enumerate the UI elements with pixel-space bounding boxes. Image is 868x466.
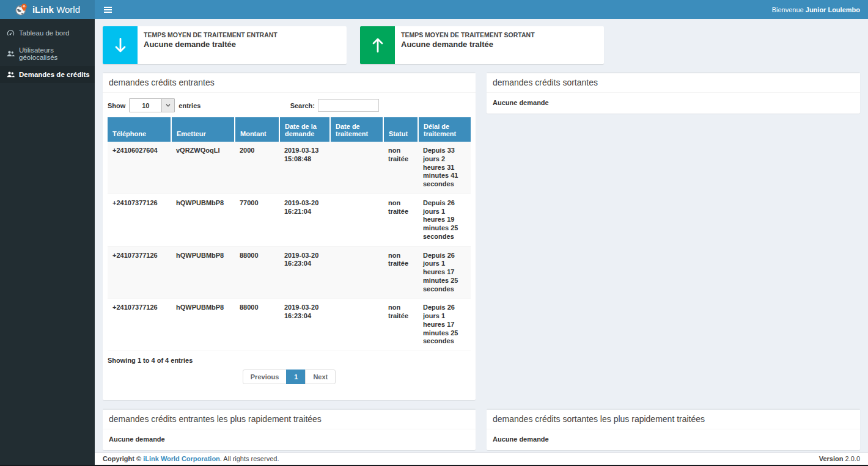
cell-montant: 88000 [235, 299, 279, 351]
page-footer: Copyright © iLink World Corporation. All… [95, 452, 868, 466]
panel-sortantes-rapidement-traitees: demandes crédits sortantes les plus rapi… [487, 409, 860, 450]
column-header-telephone[interactable]: Téléphone [108, 117, 171, 142]
cell-date-demande: 2019-03-20 16:23:04 [279, 299, 330, 351]
table-header-row: Téléphone Emetteur Montant Date de la de… [108, 117, 471, 142]
welcome-message: Bienvenue Junior Loulembo [772, 6, 860, 13]
top-navbar: iLink World Bienvenue Junior Loulembo [0, 0, 868, 19]
panel-title: demandes crédits sortantes [487, 73, 860, 93]
panel-title: demandes crédits entrantes [103, 73, 476, 93]
brand-name: iLink World [32, 4, 80, 15]
brand-logo-link[interactable]: iLink World [0, 0, 95, 19]
panel-title: demandes crédits entrantes les plus rapi… [103, 410, 476, 429]
copyright-prefix: Copyright © [103, 455, 143, 462]
cell-emetteur: vQRZWQoqLI [171, 142, 235, 194]
table-info-text: Showing 1 to 4 of 4 entries [108, 357, 471, 364]
info-box-traitement-entrant: TEMPS MOYEN DE TRAITEMENT ENTRANT Aucune… [103, 26, 347, 64]
sidebar-item-utilisateurs-geolocalises[interactable]: Utilisateurs géolocalisés [0, 42, 95, 66]
column-header-emetteur[interactable]: Emetteur [171, 117, 235, 142]
column-header-montant[interactable]: Montant [235, 117, 279, 142]
column-header-statut[interactable]: Statut [383, 117, 418, 142]
cell-statut: non traitée [383, 246, 418, 299]
column-header-date-demande[interactable]: Date de la demande [279, 117, 330, 142]
cell-statut: non traitée [383, 299, 418, 351]
chevron-down-icon [161, 99, 174, 112]
cell-date-demande: 2019-03-13 15:08:48 [279, 142, 330, 194]
previous-page-button[interactable]: Previous [243, 370, 287, 384]
cell-emetteur: hQWPUBMbP8 [171, 246, 235, 299]
table-row: +24107377126 hQWPUBMbP8 88000 2019-03-20… [108, 299, 471, 351]
info-box-value: Aucune demande traItée [144, 40, 278, 49]
panel-demandes-credits-entrantes: demandes crédits entrantes Show 10 [103, 72, 476, 400]
panel-title: demandes crédits sortantes les plus rapi… [487, 410, 860, 429]
column-header-delai[interactable]: Délai de traitement [418, 117, 471, 142]
cell-date-traitement [330, 194, 383, 246]
brand-name-light: World [56, 4, 80, 15]
cell-telephone: +24106027604 [108, 142, 171, 194]
arrow-down-icon [103, 26, 138, 64]
cell-date-traitement [330, 246, 383, 299]
welcome-prefix: Bienvenue [772, 6, 806, 13]
sidebar-item-label: Tableau de bord [19, 29, 69, 37]
column-header-date-traitement[interactable]: Date de traitement [330, 117, 383, 142]
info-box-title: TEMPS MOYEN DE TRAITEMENT SORTANT [401, 31, 535, 38]
version-value: 2.0.0 [845, 455, 860, 462]
version-label: Version [819, 455, 844, 462]
company-link[interactable]: iLink World Corporation [143, 455, 220, 462]
welcome-user-name: Junior Loulembo [806, 6, 860, 13]
users-icon [7, 50, 15, 57]
show-label: Show [108, 102, 125, 109]
sidebar-item-tableau-de-bord[interactable]: Tableau de bord [0, 24, 95, 42]
arrow-up-icon [360, 26, 395, 64]
brand-name-bold: iLink [32, 4, 54, 15]
cell-date-traitement [330, 299, 383, 351]
copyright-suffix: . All rights reserved. [220, 455, 279, 462]
version-text: Version 2.0.0 [819, 455, 860, 462]
sidebar-item-demandes-de-credits[interactable]: Demandes de crédits [0, 66, 95, 83]
cell-date-demande: 2019-03-20 16:21:04 [279, 194, 330, 246]
next-page-button[interactable]: Next [305, 370, 336, 384]
sidebar-item-label: Utilisateurs géolocalisés [19, 46, 91, 61]
cell-montant: 88000 [235, 246, 279, 299]
users-icon [7, 71, 15, 78]
table-search-control: Search: [290, 99, 379, 112]
empty-state-text: Aucune demande [103, 429, 476, 450]
demandes-entrantes-table: Téléphone Emetteur Montant Date de la de… [108, 117, 471, 351]
cell-telephone: +24107377126 [108, 299, 171, 351]
panel-demandes-credits-sortantes: demandes crédits sortantes Aucune demand… [487, 72, 860, 114]
cell-statut: non traitée [383, 194, 418, 246]
panel-entrantes-rapidement-traitees: demandes crédits entrantes les plus rapi… [103, 409, 476, 450]
cell-date-traitement [330, 142, 383, 194]
cell-date-demande: 2019-03-20 16:23:04 [279, 246, 330, 299]
page-1-button[interactable]: 1 [286, 370, 306, 384]
cell-telephone: +24107377126 [108, 194, 171, 246]
empty-state-text: Aucune demande [487, 93, 860, 114]
cell-emetteur: hQWPUBMbP8 [171, 194, 235, 246]
table-length-control: Show 10 entries [108, 98, 200, 112]
sidebar-item-label: Demandes de crédits [19, 71, 90, 78]
sidebar: Tableau de bord Utilisateurs géolocalisé… [0, 19, 95, 466]
app-window: iLink World Bienvenue Junior Loulembo [0, 0, 868, 466]
content-area: TEMPS MOYEN DE TRAITEMENT ENTRANT Aucune… [95, 19, 868, 452]
sidebar-toggle-hamburger-icon[interactable] [103, 4, 113, 15]
search-label: Search: [290, 102, 315, 109]
pagination: Previous 1 Next [108, 370, 471, 384]
dashboard-icon [7, 29, 15, 37]
cell-telephone: +24107377126 [108, 246, 171, 299]
info-box-traitement-sortant: TEMPS MOYEN DE TRAITEMENT SORTANT Aucune… [360, 26, 604, 64]
cell-delai: Depuis 26 jours 1 heures 17 minutes 25 s… [418, 299, 471, 351]
entries-label: entries [178, 102, 200, 109]
table-row: +24107377126 hQWPUBMbP8 77000 2019-03-20… [108, 194, 471, 246]
cell-emetteur: hQWPUBMbP8 [171, 299, 235, 351]
cell-delai: Depuis 26 jours 1 heures 19 minutes 25 s… [418, 194, 471, 246]
navbar-main: Bienvenue Junior Loulembo [95, 0, 868, 19]
empty-state-text: Aucune demande [487, 429, 860, 450]
cell-montant: 77000 [235, 194, 279, 246]
globe-pin-logo-icon [15, 3, 28, 16]
table-row: +24107377126 hQWPUBMbP8 88000 2019-03-20… [108, 246, 471, 299]
cell-montant: 2000 [235, 142, 279, 194]
info-box-value: Aucune demande traItée [401, 40, 535, 49]
entries-per-page-select[interactable]: 10 [129, 98, 175, 112]
search-input[interactable] [318, 99, 379, 112]
entries-per-page-value: 10 [130, 99, 161, 112]
cell-statut: non traitée [383, 142, 418, 194]
